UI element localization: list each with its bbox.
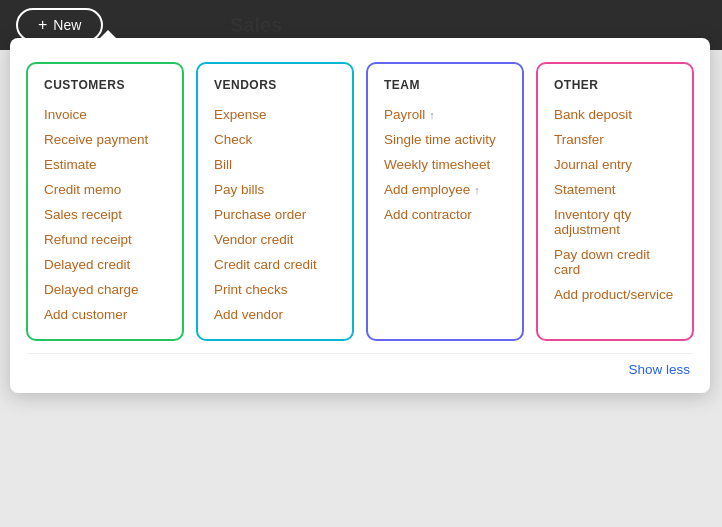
arrow-up-icon: ↑ bbox=[474, 184, 480, 196]
list-item[interactable]: Bank deposit bbox=[554, 104, 676, 125]
list-item[interactable]: Delayed credit bbox=[44, 254, 166, 275]
list-item[interactable]: Expense bbox=[214, 104, 336, 125]
new-button-label: New bbox=[53, 17, 81, 33]
new-dropdown: CUSTOMERS Invoice Receive payment Estima… bbox=[10, 38, 710, 393]
customers-header: CUSTOMERS bbox=[44, 78, 166, 92]
list-item[interactable]: Add vendor bbox=[214, 304, 336, 325]
page-title: Sales bbox=[230, 14, 282, 37]
list-item[interactable]: Receive payment bbox=[44, 129, 166, 150]
list-item[interactable]: Add product/service bbox=[554, 284, 676, 305]
list-item[interactable]: Bill bbox=[214, 154, 336, 175]
other-header: OTHER bbox=[554, 78, 676, 92]
list-item[interactable]: Single time activity bbox=[384, 129, 506, 150]
customers-column: CUSTOMERS Invoice Receive payment Estima… bbox=[26, 62, 184, 341]
list-item[interactable]: Journal entry bbox=[554, 154, 676, 175]
list-item[interactable]: Transfer bbox=[554, 129, 676, 150]
other-column: OTHER Bank deposit Transfer Journal entr… bbox=[536, 62, 694, 341]
plus-icon: + bbox=[38, 16, 47, 34]
list-item[interactable]: Add customer bbox=[44, 304, 166, 325]
list-item[interactable]: Invoice bbox=[44, 104, 166, 125]
team-column: TEAM Payroll ↑ Single time activity Week… bbox=[366, 62, 524, 341]
arrow-up-icon: ↑ bbox=[429, 109, 435, 121]
list-item[interactable]: Inventory qty adjustment bbox=[554, 204, 676, 240]
list-item[interactable]: Estimate bbox=[44, 154, 166, 175]
list-item[interactable]: Add employee ↑ bbox=[384, 179, 506, 200]
list-item[interactable]: Print checks bbox=[214, 279, 336, 300]
list-item[interactable]: Purchase order bbox=[214, 204, 336, 225]
caret-up-icon bbox=[100, 30, 116, 38]
list-item[interactable]: Refund receipt bbox=[44, 229, 166, 250]
show-less-button[interactable]: Show less bbox=[628, 362, 690, 377]
vendors-column: VENDORS Expense Check Bill Pay bills Pur… bbox=[196, 62, 354, 341]
list-item[interactable]: Credit card credit bbox=[214, 254, 336, 275]
list-item[interactable]: Statement bbox=[554, 179, 676, 200]
list-item[interactable]: Pay bills bbox=[214, 179, 336, 200]
list-item[interactable]: Vendor credit bbox=[214, 229, 336, 250]
show-less-row: Show less bbox=[26, 353, 694, 377]
list-item[interactable]: Weekly timesheet bbox=[384, 154, 506, 175]
new-button[interactable]: + New bbox=[16, 8, 103, 42]
list-item[interactable]: Check bbox=[214, 129, 336, 150]
list-item[interactable]: Add contractor bbox=[384, 204, 506, 225]
vendors-header: VENDORS bbox=[214, 78, 336, 92]
team-header: TEAM bbox=[384, 78, 506, 92]
list-item[interactable]: Credit memo bbox=[44, 179, 166, 200]
list-item[interactable]: Sales receipt bbox=[44, 204, 166, 225]
columns-row: CUSTOMERS Invoice Receive payment Estima… bbox=[26, 54, 694, 349]
list-item[interactable]: Payroll ↑ bbox=[384, 104, 506, 125]
list-item[interactable]: Pay down credit card bbox=[554, 244, 676, 280]
list-item[interactable]: Delayed charge bbox=[44, 279, 166, 300]
